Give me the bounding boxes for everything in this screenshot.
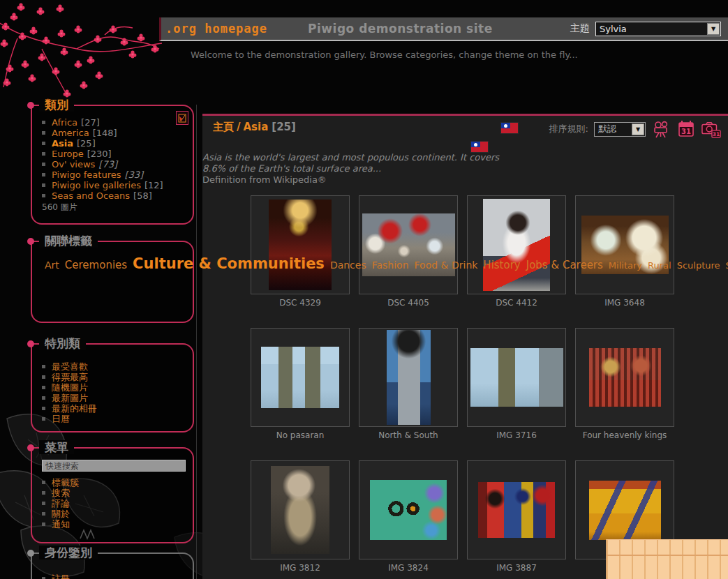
category-item[interactable]: Europe [230] <box>42 149 187 159</box>
menu-item[interactable]: 標籤簇 <box>42 477 187 488</box>
photo-link[interactable] <box>575 328 674 427</box>
category-count: [33] <box>124 170 143 180</box>
square-bullet-icon <box>42 522 45 526</box>
photo-caption: North & South <box>359 430 458 440</box>
chevron-down-icon[interactable]: ▼ <box>707 23 720 35</box>
special-item[interactable]: 得票最高 <box>42 372 187 382</box>
photo-link[interactable] <box>467 195 566 294</box>
square-bullet-icon <box>42 512 45 516</box>
square-bullet-icon <box>42 121 45 124</box>
photo-link[interactable] <box>251 460 350 559</box>
tag-link[interactable]: Sculpture <box>677 260 720 271</box>
tag-link[interactable]: Art <box>45 260 59 271</box>
quick-search-input[interactable] <box>42 460 186 472</box>
tag-link[interactable]: History <box>483 259 520 271</box>
section-dot <box>27 238 34 245</box>
categories-title: 類別 <box>39 98 74 112</box>
photo-link[interactable] <box>467 460 566 559</box>
category-link[interactable]: Seas and Oceans <box>52 190 130 201</box>
menu-item[interactable]: 搜索 <box>42 488 187 498</box>
tag-link[interactable]: Dances <box>330 260 366 271</box>
menu-link[interactable]: 搜索 <box>52 488 70 498</box>
special-item[interactable]: 最受喜歡 <box>42 361 187 372</box>
tag-link[interactable]: Culture & Communities <box>133 255 325 272</box>
category-item[interactable]: Piwigo live galleries [12] <box>42 180 187 190</box>
square-bullet-icon <box>42 173 45 176</box>
special-item[interactable]: 最新圖片 <box>42 393 187 403</box>
photo-link[interactable] <box>251 195 350 294</box>
photo-caption: DSC 4412 <box>467 298 566 308</box>
category-item[interactable]: Ov' views [73] <box>42 159 187 170</box>
square-bullet-icon <box>42 131 45 135</box>
tag-link[interactable]: Jobs & Careers <box>526 259 603 271</box>
identification-link[interactable]: 註冊 <box>52 573 70 579</box>
tag-link[interactable]: Military <box>609 260 642 271</box>
category-item[interactable]: America [148] <box>42 128 187 138</box>
category-item[interactable]: Piwigo features [33] <box>42 170 187 180</box>
chevron-down-icon[interactable]: ▼ <box>632 123 644 135</box>
menu-link[interactable]: 評論 <box>52 498 70 509</box>
identification-item[interactable]: 註冊 <box>42 573 187 579</box>
category-link[interactable]: Africa <box>52 117 77 128</box>
menu-link[interactable]: 關於 <box>52 509 70 519</box>
special-item[interactable]: 隨機圖片 <box>42 382 187 393</box>
sort-select[interactable]: 默認 ▼ <box>594 122 646 137</box>
category-item[interactable]: Asia [25] <box>42 138 187 149</box>
menu-item[interactable]: 評論 <box>42 498 187 509</box>
title-row: 主頁/Asia[25] 排序規則: 默認 ▼ <box>202 116 728 145</box>
special-item[interactable]: 日曆 <box>42 414 187 424</box>
photo-link[interactable] <box>359 460 458 559</box>
theme-select[interactable]: Sylvia ▼ <box>595 22 721 36</box>
tag-link[interactable]: Soldiers <box>726 260 728 271</box>
photo-caption: DSC 4405 <box>359 298 458 308</box>
sort-label: 排序規則: <box>549 123 588 135</box>
photo-link[interactable] <box>251 328 350 427</box>
camera-calendar-icon[interactable]: 31 <box>701 119 721 139</box>
breadcrumb-home-link[interactable]: 主頁 <box>213 121 234 133</box>
tag-link[interactable]: Rural <box>648 260 671 271</box>
special-link[interactable]: 最新圖片 <box>52 393 88 403</box>
tag-link[interactable]: Food & Drink <box>415 260 478 271</box>
special-link[interactable]: 最受喜歡 <box>52 361 88 372</box>
org-homepage-link[interactable]: .org homepage <box>161 22 274 36</box>
description-line: 8.6% of the Earth's total surface area..… <box>202 163 728 174</box>
photo-image <box>387 330 431 425</box>
square-bullet-icon <box>42 194 45 197</box>
category-link[interactable]: Ov' views <box>52 159 95 170</box>
menu-item[interactable]: 關於 <box>42 509 187 519</box>
category-link[interactable]: Asia <box>52 138 73 149</box>
calendar-icon[interactable]: 31 <box>676 119 696 139</box>
special-link[interactable]: 得票最高 <box>52 372 88 382</box>
menu-link[interactable]: 通知 <box>52 519 70 529</box>
category-item[interactable]: Seas and Oceans [58] <box>42 190 187 201</box>
special-link[interactable]: 隨機圖片 <box>52 382 88 393</box>
theme-select-value: Sylvia <box>600 24 627 34</box>
tag-link[interactable]: Ceremonies <box>65 259 127 271</box>
photo-thumbnail: Four heavenly kings <box>575 328 674 440</box>
photo-link[interactable] <box>359 195 458 294</box>
breadcrumb-current: Asia <box>243 121 268 133</box>
special-link[interactable]: 日曆 <box>52 414 70 424</box>
special-item[interactable]: 最新的相冊 <box>42 403 187 414</box>
menu-item[interactable]: 通知 <box>42 519 187 529</box>
photo-image <box>370 480 447 540</box>
photo-link[interactable] <box>359 328 458 427</box>
tag-link[interactable]: Fashion <box>372 260 409 271</box>
category-link[interactable]: Piwigo live galleries <box>52 180 141 190</box>
section-dot <box>27 550 34 557</box>
menu-link[interactable]: 標籤簇 <box>52 477 79 488</box>
category-count: [58] <box>133 190 152 201</box>
special-link[interactable]: 最新的相冊 <box>52 403 97 414</box>
category-count: [73] <box>98 159 117 170</box>
breadcrumb-count: [25] <box>272 121 296 133</box>
sort-controls: 排序規則: 默認 ▼ 31 <box>549 119 721 139</box>
expand-categories-icon[interactable] <box>176 111 188 125</box>
category-link[interactable]: Europe <box>52 149 84 159</box>
photo-link[interactable] <box>575 195 674 294</box>
slideshow-icon[interactable] <box>651 119 671 139</box>
section-dot <box>27 340 34 347</box>
category-item[interactable]: Africa [27] <box>42 117 187 128</box>
category-link[interactable]: Piwigo features <box>52 170 121 180</box>
category-link[interactable]: America <box>52 128 89 138</box>
photo-link[interactable] <box>467 328 566 427</box>
